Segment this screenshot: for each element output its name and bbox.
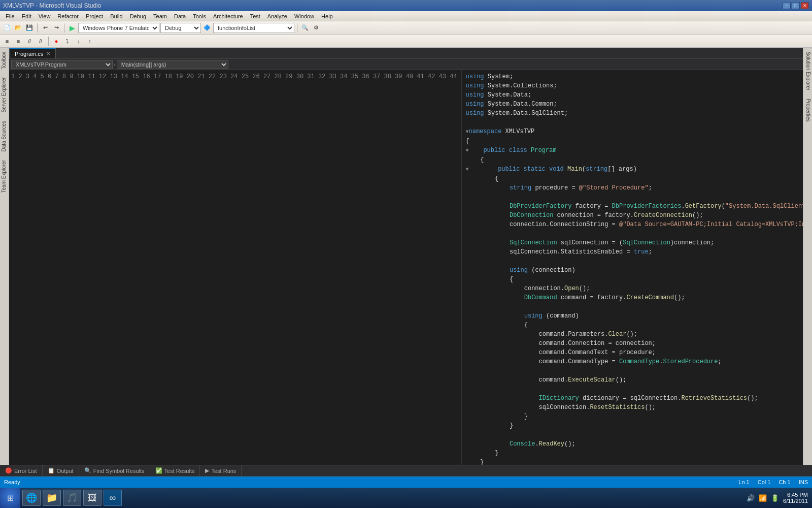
toolbar-row2: ≡ ≡ // // ● ⤵ ↓ ↑ bbox=[0, 35, 812, 48]
search-button[interactable]: 🔍 bbox=[300, 23, 310, 33]
line-numbers: 1 2 3 4 5 6 7 8 9 10 11 12 13 14 15 16 1… bbox=[9, 70, 462, 465]
maximize-button[interactable]: □ bbox=[792, 2, 800, 9]
clock-time: 6:45 PM bbox=[783, 492, 808, 498]
bottom-tab-icon-2: 🔍 bbox=[84, 467, 91, 474]
namespace-dropdown[interactable]: XMLVsTVP.Program bbox=[11, 60, 113, 69]
toolbar-row1: 📄 📂 💾 ↩ ↪ ▶ Windows Phone 7 Emulator Deb… bbox=[0, 21, 812, 35]
bottom-tab-output[interactable]: 📋Output bbox=[43, 465, 79, 477]
menu-project[interactable]: Project bbox=[82, 12, 107, 20]
menu-window[interactable]: Window bbox=[291, 12, 318, 20]
outdent-button[interactable]: ≡ bbox=[13, 36, 23, 46]
taskbar-media[interactable]: 🎵 bbox=[63, 490, 81, 506]
volume-icon[interactable]: 🔊 bbox=[747, 494, 755, 502]
solution-explorer-tab[interactable]: Solution Explorer bbox=[803, 48, 812, 94]
bottom-tab-icon-4: ▶ bbox=[205, 467, 209, 474]
settings-button[interactable]: ⚙ bbox=[311, 23, 321, 33]
status-right: Ln 1 Col 1 Ch 1 INS bbox=[738, 479, 808, 485]
target-dropdown[interactable]: Windows Phone 7 Emulator bbox=[78, 23, 159, 33]
redo-button[interactable]: ↪ bbox=[51, 23, 61, 33]
bottom-tab-error-list[interactable]: 🔴Error List bbox=[0, 465, 43, 477]
sep2 bbox=[64, 23, 64, 33]
menu-bar: FileEditViewRefactorProjectBuildDebugTea… bbox=[0, 11, 812, 21]
status-mode: INS bbox=[799, 479, 808, 485]
indent-button[interactable]: ≡ bbox=[2, 36, 12, 46]
tab-bar: Program.cs ✕ bbox=[9, 48, 803, 59]
team-explorer-tab[interactable]: Team Explorer bbox=[0, 156, 9, 197]
status-bar: Ready Ln 1 Col 1 Ch 1 INS bbox=[0, 477, 812, 488]
menu-analyze[interactable]: Analyze bbox=[264, 12, 291, 20]
battery-icon[interactable]: 🔋 bbox=[771, 494, 779, 502]
menu-debug[interactable]: Debug bbox=[126, 12, 150, 20]
menu-edit[interactable]: Edit bbox=[18, 12, 35, 20]
status-col: Col 1 bbox=[758, 479, 771, 485]
menu-view[interactable]: View bbox=[35, 12, 54, 20]
menu-architecture[interactable]: Architecture bbox=[210, 12, 247, 20]
taskbar: ⊞ 🌐 📁 🎵 🖼 ∞ 🔊 📶 🔋 6:45 PM 6/11/2011 bbox=[0, 488, 812, 508]
program-cs-tab[interactable]: Program.cs ✕ bbox=[9, 48, 56, 58]
bottom-tab-find-symbol-results[interactable]: 🔍Find Symbol Results bbox=[79, 465, 150, 477]
right-panel-tabs: Solution Explorer Properties bbox=[803, 48, 812, 465]
title-bar-controls: – □ ✕ bbox=[783, 2, 809, 9]
taskbar-left: ⊞ 🌐 📁 🎵 🖼 ∞ bbox=[0, 488, 122, 508]
server-explorer-tab[interactable]: Server Explorer bbox=[0, 73, 9, 116]
data-sources-tab[interactable]: Data Sources bbox=[0, 117, 9, 156]
status-ln: Ln 1 bbox=[738, 479, 749, 485]
taskbar-vs[interactable]: ∞ bbox=[104, 490, 122, 506]
method-dropdown[interactable]: Main(string[] args) bbox=[117, 60, 228, 69]
menu-refactor[interactable]: Refactor bbox=[54, 12, 82, 20]
config-dropdown[interactable]: Debug bbox=[160, 23, 201, 33]
tab-close-button[interactable]: ✕ bbox=[46, 51, 50, 56]
open-button[interactable]: 📂 bbox=[13, 23, 23, 33]
left-panel-tabs: Toolbox Server Explorer Data Sources Tea… bbox=[0, 48, 9, 465]
taskbar-clock[interactable]: 6:45 PM 6/11/2011 bbox=[783, 492, 808, 504]
breakpoint-button[interactable]: ● bbox=[51, 36, 61, 46]
function-dropdown[interactable]: functionInfoList bbox=[213, 23, 294, 33]
save-button[interactable]: 💾 bbox=[24, 23, 35, 33]
step-into-button[interactable]: ↓ bbox=[74, 36, 84, 46]
status-ready: Ready bbox=[4, 479, 20, 485]
minimize-button[interactable]: – bbox=[783, 2, 791, 9]
menu-help[interactable]: Help bbox=[318, 12, 336, 20]
tab-label: Program.cs bbox=[15, 51, 43, 57]
menu-tools[interactable]: Tools bbox=[189, 12, 210, 20]
new-file-button[interactable]: 📄 bbox=[2, 23, 12, 33]
menu-test[interactable]: Test bbox=[247, 12, 264, 20]
taskbar-folder[interactable]: 📁 bbox=[43, 490, 61, 506]
step-out-button[interactable]: ↑ bbox=[85, 36, 95, 46]
menu-team[interactable]: Team bbox=[150, 12, 171, 20]
menu-file[interactable]: File bbox=[2, 12, 18, 20]
code-editor[interactable]: 1 2 3 4 5 6 7 8 9 10 11 12 13 14 15 16 1… bbox=[9, 70, 803, 465]
title-text: XMLVsTVP - Microsoft Visual Studio bbox=[3, 2, 101, 9]
step-over-button[interactable]: ⤵ bbox=[62, 36, 73, 46]
network-icon[interactable]: 📶 bbox=[759, 494, 767, 502]
nav-bar: XMLVsTVP.Program › Main(string[] args) bbox=[9, 59, 803, 70]
bottom-tab-test-runs[interactable]: ▶Test Runs bbox=[200, 465, 242, 477]
sep1 bbox=[37, 23, 38, 33]
menu-data[interactable]: Data bbox=[171, 12, 189, 20]
taskbar-gallery[interactable]: 🖼 bbox=[83, 490, 101, 506]
uncomment-button[interactable]: // bbox=[36, 36, 46, 46]
bottom-tab-icon-3: ✅ bbox=[155, 467, 162, 474]
bottom-tab-icon-1: 📋 bbox=[48, 467, 55, 474]
run-button[interactable]: ▶ bbox=[67, 23, 77, 33]
toolbox-tab[interactable]: Toolbox bbox=[0, 48, 9, 73]
editor-area: Program.cs ✕ XMLVsTVP.Program › Main(str… bbox=[9, 48, 803, 465]
title-bar: XMLVsTVP - Microsoft Visual Studio – □ ✕ bbox=[0, 0, 812, 11]
taskbar-ie[interactable]: 🌐 bbox=[22, 490, 41, 506]
clock-date: 6/11/2011 bbox=[783, 498, 808, 504]
bottom-panel: 🔴Error List📋Output🔍Find Symbol Results✅T… bbox=[0, 465, 812, 477]
status-ch: Ch 1 bbox=[779, 479, 790, 485]
properties-tab[interactable]: Properties bbox=[803, 94, 812, 126]
taskbar-right: 🔊 📶 🔋 6:45 PM 6/11/2011 bbox=[747, 492, 812, 504]
target-icon[interactable]: 🔷 bbox=[202, 23, 212, 33]
sep3 bbox=[297, 23, 297, 33]
main-area: Toolbox Server Explorer Data Sources Tea… bbox=[0, 48, 812, 465]
comment-button[interactable]: // bbox=[24, 36, 35, 46]
code-content[interactable]: using System; using System.Collections; … bbox=[462, 70, 803, 465]
close-button[interactable]: ✕ bbox=[801, 2, 809, 9]
undo-button[interactable]: ↩ bbox=[40, 23, 50, 33]
bottom-tab-icon-0: 🔴 bbox=[5, 467, 12, 474]
start-button[interactable]: ⊞ bbox=[0, 488, 20, 508]
menu-build[interactable]: Build bbox=[107, 12, 126, 20]
bottom-tab-test-results[interactable]: ✅Test Results bbox=[150, 465, 200, 477]
